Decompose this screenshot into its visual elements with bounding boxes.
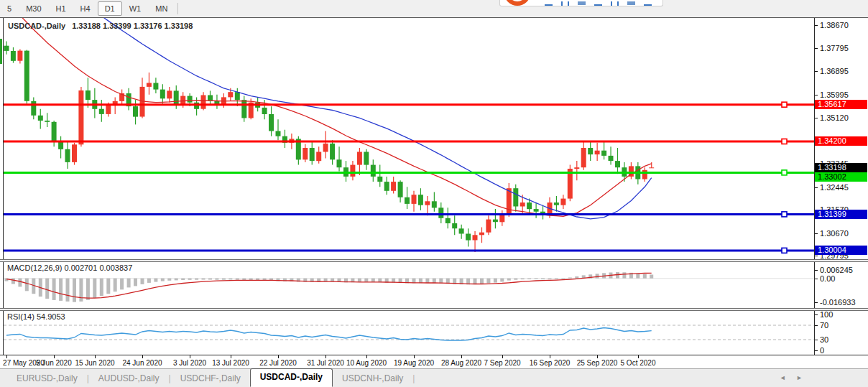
level-price-badge: 1.30004 <box>815 246 867 255</box>
date-label: 7 Sep 2020 <box>477 359 527 367</box>
macd-label: MACD(12,26,9) 0.002701 0.003837 <box>7 264 132 272</box>
macd-tick: -0.016933 <box>820 298 856 307</box>
rsi-tickmark <box>815 314 818 315</box>
chart-tabs: EURUSD-,Daily|AUDUSD-,Daily|USDCHF-,Dail… <box>7 369 415 387</box>
clipped-candle-fragment <box>0 39 2 64</box>
date-label: 5 Oct 2020 <box>613 359 663 367</box>
tab-usdcad[interactable]: USDCAD-,Daily <box>250 368 333 387</box>
price-tick: 1.35995 <box>820 90 849 99</box>
date-tickmark <box>95 355 96 358</box>
date-label: 24 Jun 2020 <box>117 359 167 367</box>
chart-tabs-bar: EURUSD-,Daily|AUDUSD-,Daily|USDCHF-,Dail… <box>0 368 868 387</box>
price-tickmark <box>815 48 818 49</box>
price-tick: 1.37795 <box>820 44 849 52</box>
date-tickmark <box>502 355 503 358</box>
macd-tickmark <box>815 279 818 279</box>
price-tickmark <box>815 256 818 256</box>
date-tickmark <box>638 355 639 358</box>
mt4-terminal: 5M30H1H4D1W1MN USDCAD-,Daily 1.33188 1.3… <box>0 0 868 387</box>
timeframe-button-m30[interactable]: M30 <box>19 1 48 16</box>
chart-window[interactable]: USDCAD-,Daily 1.33188 1.33399 1.33176 1.… <box>0 17 868 368</box>
timeframe-button-5[interactable]: 5 <box>0 1 19 16</box>
level-price-badge: 1.33002 <box>815 172 867 182</box>
tabs-scroll-left-icon[interactable]: ◄ <box>780 374 790 381</box>
tab-eurusd[interactable]: EURUSD-,Daily <box>7 370 87 386</box>
ohlc-values: 1.33188 1.33399 1.33176 1.33198 <box>72 22 193 30</box>
rsi-label: RSI(14) 54.9053 <box>7 312 65 321</box>
tab-audusd[interactable]: AUDUSD-,Daily <box>89 370 169 386</box>
rsi-tickmark <box>815 340 818 340</box>
price-tick: 1.35120 <box>820 113 849 122</box>
timeframe-button-d1[interactable]: D1 <box>98 1 122 16</box>
chart-title: USDCAD-,Daily 1.33188 1.33399 1.33176 1.… <box>8 22 197 30</box>
icon-fragment-1-icon[interactable] <box>545 1 553 6</box>
date-label: 19 Aug 2020 <box>389 359 439 367</box>
date-tickmark <box>231 355 231 358</box>
tabs-scroll-right-icon[interactable]: ► <box>796 374 807 381</box>
date-label: 10 Aug 2020 <box>341 359 392 367</box>
level-price-badge: 1.35617 <box>815 100 867 109</box>
tab-nav: ◄ ► <box>780 374 807 381</box>
rsi-tickmark <box>815 350 818 351</box>
price-tickmark <box>815 187 818 188</box>
date-tickmark <box>366 355 367 358</box>
timeframe-button-mn[interactable]: MN <box>148 1 175 16</box>
timeframe-button-w1[interactable]: W1 <box>122 1 149 16</box>
timeframe-buttons: 5M30H1H4D1W1MN <box>0 0 181 17</box>
timeframe-toolbar: 5M30H1H4D1W1MN <box>0 0 868 17</box>
rsi-tick: 100 <box>820 310 833 319</box>
price-scale[interactable]: 1.386701.377951.368951.359951.351201.333… <box>814 17 868 355</box>
level-price-badge: 1.34200 <box>815 136 867 146</box>
rsi-tick: 0 <box>820 346 824 355</box>
date-tickmark <box>550 355 550 358</box>
date-label: 13 Jul 2020 <box>206 359 256 367</box>
clipped-top-toolbar <box>499 0 663 6</box>
date-tickmark <box>142 355 143 358</box>
date-tickmark <box>414 355 415 358</box>
macd-tickmark <box>815 302 818 303</box>
icon-fragment-2-icon[interactable] <box>561 1 569 6</box>
date-label: 22 Jul 2020 <box>253 359 303 367</box>
price-tickmark <box>815 233 818 234</box>
date-tickmark <box>597 355 598 358</box>
date-label: 16 Sep 2020 <box>525 359 575 367</box>
price-tickmark <box>815 71 818 72</box>
date-axis-line <box>0 355 868 355</box>
price-tick: 1.30670 <box>820 229 849 238</box>
rsi-plot[interactable] <box>4 311 814 355</box>
panel-splitter-rsi[interactable] <box>0 308 868 311</box>
icon-fragment-3-icon[interactable] <box>578 1 586 5</box>
date-tickmark <box>326 355 326 358</box>
date-tickmark <box>6 355 7 358</box>
date-axis[interactable]: 27 May 20205 Jun 202015 Jun 202024 Jun 2… <box>0 355 868 368</box>
price-tick: 1.36895 <box>820 67 849 75</box>
macd-tickmark <box>815 270 818 271</box>
tab-separator: | <box>412 373 415 383</box>
price-tickmark <box>815 25 818 26</box>
icon-fragment-7-icon[interactable] <box>644 1 652 6</box>
rsi-tickmark <box>815 325 818 326</box>
price-tick: 1.38670 <box>820 21 849 29</box>
price-tickmark <box>815 95 818 95</box>
macd-tick: 0.006245 <box>820 266 853 274</box>
date-tickmark <box>54 355 55 358</box>
current-price-badge: 1.33198 <box>815 163 867 172</box>
tab-usdchf[interactable]: USDCHF-,Daily <box>171 370 250 386</box>
price-chart-plot[interactable] <box>4 18 814 259</box>
date-tickmark <box>190 355 190 358</box>
icon-fragment-5-icon[interactable] <box>611 1 619 6</box>
tab-usdcnh[interactable]: USDCNH-,Daily <box>333 370 412 386</box>
date-label: 15 Jun 2020 <box>70 359 120 367</box>
symbol-period-label: USDCAD-,Daily <box>8 22 65 30</box>
panel-splitter-macd[interactable] <box>0 259 868 262</box>
macd-tick: 0.00 <box>820 274 835 283</box>
price-tick: 1.32445 <box>820 183 849 192</box>
date-tickmark <box>461 355 462 358</box>
icon-fragment-6-icon[interactable] <box>627 1 635 5</box>
rsi-tick: 70 <box>820 321 828 330</box>
icon-fragment-4-icon[interactable] <box>594 1 602 6</box>
level-price-badge: 1.31399 <box>815 210 867 219</box>
rsi-tick: 30 <box>820 335 828 344</box>
timeframe-button-h1[interactable]: H1 <box>49 1 73 16</box>
timeframe-button-h4[interactable]: H4 <box>73 1 98 16</box>
